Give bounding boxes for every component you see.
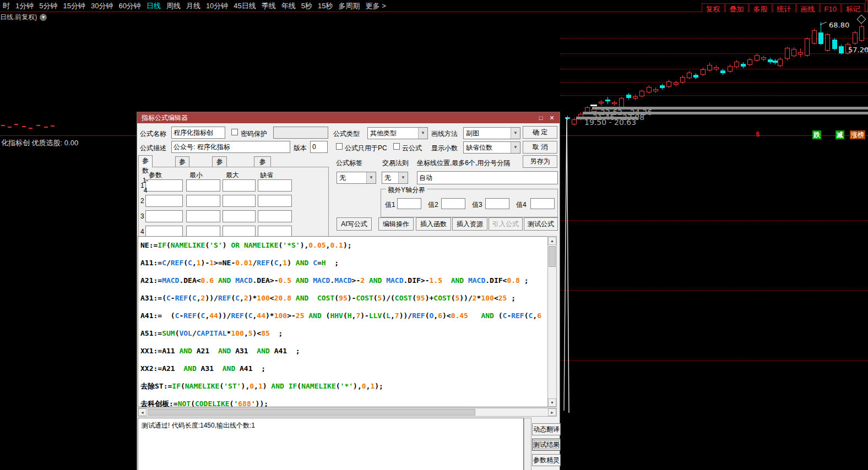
param-input-r2c4[interactable] (258, 195, 292, 207)
tab-参数5-8[interactable]: 参数5-8 (175, 156, 189, 167)
draw-method-select[interactable]: 副图▼ (463, 127, 520, 139)
partial-button[interactable] (865, 0, 868, 12)
timeframe-时[interactable]: 时 (3, 0, 10, 12)
param-input-r1c1[interactable] (145, 179, 183, 192)
tab-参数1-4[interactable]: 参数1-4 (138, 155, 153, 167)
code-vscrollbar[interactable]: ▲ ▼ (547, 236, 557, 407)
value-input-1[interactable] (397, 198, 421, 209)
version-input[interactable] (310, 141, 328, 153)
timeframe-多周期[interactable]: 多周期 (339, 0, 360, 12)
code-line-5[interactable]: A41:= (C-REF(C,44))/REF(C,44)*100>-25 AN… (140, 311, 541, 320)
timeframe-5分钟[interactable]: 5分钟 (39, 0, 57, 12)
badge-减[interactable]: 减 (836, 130, 844, 139)
cancel-button[interactable]: 取 消 (523, 141, 557, 154)
scroll-left-icon[interactable]: ◄ (138, 408, 147, 416)
param-input-r3c4[interactable] (258, 210, 292, 222)
formula-name-input[interactable] (171, 127, 225, 139)
param-row-number: 4 (140, 228, 144, 236)
param-input-r3c2[interactable] (186, 210, 220, 222)
badge-跌[interactable]: 跌 (812, 130, 821, 139)
timeframe-季线[interactable]: 季线 (262, 0, 276, 12)
button-参数精灵[interactable]: 参数精灵 (532, 454, 561, 466)
param-input-r3c3[interactable] (223, 210, 256, 222)
badge-涨榜[interactable]: 涨榜 (850, 130, 865, 139)
code-line-2[interactable]: A11:=C/REF(C,1)-1>=NE-0.01/REF(C,1) AND … (140, 259, 339, 267)
formula-code-editor[interactable]: NE:=IF(NAMELIKE('S') OR NAMELIKE('*S'),0… (138, 236, 557, 407)
restore-icon[interactable]: □ (536, 114, 545, 122)
ok-button[interactable]: 确 定 (523, 126, 557, 139)
param-input-r1c4[interactable] (258, 179, 292, 192)
timeframe-10分钟[interactable]: 10分钟 (206, 0, 228, 12)
value-input-3[interactable] (485, 198, 509, 209)
timeframe-5秒[interactable]: 5秒 (301, 0, 312, 12)
password-checkbox[interactable] (231, 129, 238, 135)
candle-dash (36, 125, 40, 126)
pc-only-checkbox[interactable] (336, 143, 343, 150)
param-input-r1c2[interactable] (186, 179, 220, 192)
timeframe-15分钟[interactable]: 15分钟 (63, 0, 85, 12)
coord-line-input[interactable] (417, 171, 558, 184)
high-price-label: 68.80 (829, 21, 849, 29)
trade-rule-select[interactable]: 无▼ (382, 172, 408, 184)
code-line-6[interactable]: A51:=SUM(VOL/CAPITAL*100,5)<85 ; (140, 329, 283, 338)
password-input[interactable] (273, 127, 328, 139)
timeframe-更多 >[interactable]: 更多 > (366, 0, 386, 12)
param-input-r1c3[interactable] (223, 179, 256, 192)
code-line-4[interactable]: A31:=(C-REF(C,2))/REF(C,2)*100<20.8 AND … (140, 294, 516, 303)
candle (791, 49, 796, 56)
chevron-down-icon[interactable]: ▼ (398, 172, 408, 183)
timeframe-1分钟[interactable]: 1分钟 (15, 0, 34, 12)
code-line-8[interactable]: XX2:=A21 AND A31 AND A41 ; (140, 364, 265, 373)
value-input-2[interactable] (441, 198, 465, 209)
scroll-up-icon[interactable]: ▲ (548, 237, 556, 245)
vscroll-thumb[interactable] (549, 246, 556, 267)
button-插入函数[interactable]: 插入函数 (416, 217, 451, 231)
chevron-down-icon[interactable]: ▼ (366, 172, 376, 183)
param-input-r2c1[interactable] (145, 195, 183, 207)
button-测试结果[interactable]: 测试结果 (532, 439, 561, 451)
timeframe-30分钟[interactable]: 30分钟 (91, 0, 113, 12)
formula-desc-input[interactable] (171, 141, 290, 153)
formula-type-select[interactable]: 其他类型▼ (367, 127, 428, 139)
timeframe-15秒[interactable]: 15秒 (318, 0, 333, 12)
timeframe-日线[interactable]: 日线 (147, 0, 161, 12)
button-测试公式[interactable]: 测试公式 (524, 217, 558, 231)
button-插入资源[interactable]: 插入资源 (452, 217, 487, 231)
code-line-3[interactable]: A21:=MACD.DEA<0.6 AND MACD.DEA>-0.5 AND … (140, 276, 529, 285)
scroll-down-icon[interactable]: ▼ (548, 398, 556, 407)
dialog-titlebar[interactable]: 指标公式编辑器 □ ✕ (137, 112, 560, 123)
close-icon[interactable]: ✕ (547, 114, 556, 122)
param-input-r2c2[interactable] (186, 195, 220, 207)
decimal-select[interactable]: 缺省位数▼ (463, 141, 520, 154)
button-AI写公式[interactable]: AI写公式 (337, 217, 372, 231)
tab-参数9-12[interactable]: 参数9-12 (212, 156, 227, 167)
param-col-header: 最小 (189, 171, 203, 180)
save-as-button[interactable]: 另存为 (523, 155, 557, 168)
timeframe-月线[interactable]: 月线 (186, 0, 200, 12)
timeframe-60分钟[interactable]: 60分钟 (118, 0, 140, 12)
tab-参数13-16[interactable]: 参数13-16 (254, 156, 271, 167)
hscroll-thumb[interactable] (148, 409, 475, 416)
code-line-10[interactable]: 去科创板:=NOT(CODELIKE('688')); (140, 400, 268, 407)
chevron-down-icon[interactable]: ▼ (418, 128, 427, 139)
cloud-formula-checkbox[interactable] (393, 143, 400, 150)
chevron-down-icon[interactable]: ▼ (511, 128, 520, 139)
timeframe-45日线[interactable]: 45日线 (234, 0, 256, 12)
button-编辑操作[interactable]: 编辑操作 (378, 217, 414, 231)
formula-tag-select[interactable]: 无▼ (337, 172, 376, 184)
timeframe-年线[interactable]: 年线 (281, 0, 296, 12)
code-hscrollbar[interactable]: ◄ ► (138, 408, 557, 417)
right-tools-toolbar: 复权叠加多股统计画线F10标记 (701, 0, 868, 12)
button-动态翻译[interactable]: 动态翻译 (532, 423, 561, 435)
chevron-down-icon[interactable]: ▾ (40, 14, 47, 21)
code-line-1[interactable]: NE:=IF(NAMELIKE('S') OR NAMELIKE('*S'),0… (140, 241, 352, 250)
code-line-7[interactable]: XX1:=A11 AND A21 AND A31 AND A41 ; (140, 347, 300, 356)
param-input-r2c3[interactable] (223, 195, 256, 207)
chevron-down-icon[interactable]: ▼ (511, 142, 520, 153)
scroll-right-icon[interactable]: ► (548, 408, 556, 416)
param-input-r3c1[interactable] (145, 210, 183, 222)
code-line-9[interactable]: 去除ST:=IF(NAMELIKE('ST'),0,1) AND IF(NAME… (140, 382, 383, 391)
result-scrollbar[interactable] (524, 418, 531, 470)
timeframe-周线[interactable]: 周线 (166, 0, 181, 12)
value-input-4[interactable] (530, 198, 555, 209)
